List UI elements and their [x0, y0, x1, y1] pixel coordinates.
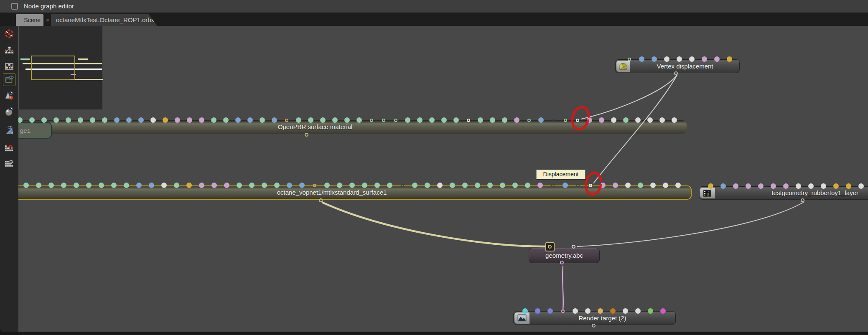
openpbr-output-port[interactable] — [305, 133, 308, 137]
port-dot[interactable] — [274, 183, 280, 188]
port-dot[interactable] — [53, 117, 59, 123]
port-dot[interactable] — [659, 117, 665, 123]
port-dot[interactable] — [808, 183, 814, 189]
port-dot[interactable] — [821, 183, 826, 189]
port-dot[interactable] — [714, 56, 720, 62]
port-dot[interactable] — [573, 308, 578, 314]
port-dot[interactable] — [136, 183, 142, 188]
port-dot[interactable] — [746, 183, 751, 189]
geometry-material-input-port[interactable] — [545, 242, 555, 251]
port-dot[interactable] — [124, 183, 129, 188]
port-dot[interactable] — [648, 308, 653, 314]
port-dot[interactable] — [635, 308, 641, 314]
port-dot[interactable] — [337, 183, 342, 188]
port-dot[interactable] — [660, 308, 666, 314]
geometry-geo-input-port[interactable] — [572, 245, 575, 249]
port-dot[interactable] — [223, 117, 229, 123]
port-dot[interactable] — [320, 117, 326, 123]
port-dot[interactable] — [538, 117, 544, 123]
tab-active-network[interactable]: octaneMtlxTest.Octane_ROP1.orbx — [51, 14, 157, 26]
port-dot[interactable] — [417, 117, 423, 123]
port-dot[interactable] — [332, 117, 338, 123]
port-ring[interactable] — [576, 184, 580, 187]
port-dot[interactable] — [356, 117, 362, 123]
port-dot[interactable] — [90, 117, 95, 123]
port-dot[interactable] — [475, 183, 480, 188]
port-dot[interactable] — [502, 117, 507, 123]
wire-testgeometry-to-geometry[interactable] — [577, 202, 804, 246]
port-ring[interactable] — [285, 119, 288, 122]
port-dot[interactable] — [199, 183, 204, 188]
port-dot[interactable] — [441, 117, 447, 123]
port-dot[interactable] — [102, 117, 107, 123]
port-dot[interactable] — [833, 183, 839, 189]
port-dot[interactable] — [211, 117, 216, 123]
port-dot[interactable] — [48, 183, 54, 188]
port-dot[interactable] — [547, 308, 553, 314]
port-dot[interactable] — [663, 183, 668, 188]
port-dot[interactable] — [514, 117, 519, 123]
port-ring[interactable] — [589, 184, 592, 187]
node-clipped-ge1[interactable]: ge1 — [18, 122, 52, 139]
port-ring[interactable] — [313, 184, 316, 187]
snap-magnet-icon[interactable] — [5, 143, 14, 152]
port-dot[interactable] — [500, 183, 505, 188]
vertex-displacement-output-port[interactable] — [674, 71, 678, 75]
pane-checkbox[interactable] — [11, 3, 18, 10]
port-dot[interactable] — [296, 117, 301, 123]
port-dot[interactable] — [611, 117, 616, 123]
minimap-view-rect[interactable] — [31, 56, 75, 80]
port-dot[interactable] — [625, 183, 631, 188]
port-dot[interactable] — [150, 117, 156, 123]
port-dot[interactable] — [677, 56, 682, 62]
port-dot[interactable] — [186, 183, 192, 188]
port-ring[interactable] — [561, 310, 565, 313]
port-dot[interactable] — [262, 183, 267, 188]
port-dot[interactable] — [610, 308, 616, 314]
network-minimap[interactable] — [18, 26, 102, 109]
port-dot[interactable] — [664, 56, 669, 62]
port-dot[interactable] — [187, 117, 192, 123]
mtlx-output-port[interactable] — [319, 198, 323, 202]
port-dot[interactable] — [23, 183, 29, 188]
port-dot[interactable] — [758, 183, 764, 189]
port-dot[interactable] — [733, 183, 738, 189]
wire-geometry-to-rendertarget[interactable] — [563, 266, 563, 310]
port-dot[interactable] — [114, 117, 120, 123]
port-dot[interactable] — [675, 183, 681, 188]
port-dot[interactable] — [174, 183, 179, 188]
port-dot[interactable] — [86, 183, 92, 188]
port-dot[interactable] — [598, 308, 603, 314]
port-dot[interactable] — [199, 117, 204, 123]
port-ring[interactable] — [370, 119, 373, 122]
port-dot[interactable] — [237, 183, 242, 188]
port-dot[interactable] — [387, 183, 392, 188]
port-dot[interactable] — [563, 183, 568, 188]
port-dot[interactable] — [650, 183, 656, 188]
port-ring[interactable] — [576, 119, 579, 122]
network-graph-canvas[interactable]: ge1 OpenPBR surface material octane_vopn… — [18, 26, 868, 332]
port-dot[interactable] — [796, 183, 801, 189]
port-dot[interactable] — [324, 183, 330, 188]
port-dot[interactable] — [487, 183, 493, 188]
port-dot[interactable] — [429, 117, 435, 123]
port-dot[interactable] — [478, 117, 483, 123]
port-dot[interactable] — [287, 183, 292, 188]
port-dot[interactable] — [537, 183, 543, 188]
port-dot[interactable] — [638, 183, 643, 188]
port-dot[interactable] — [623, 308, 628, 314]
port-dot[interactable] — [272, 117, 277, 123]
port-dot[interactable] — [149, 183, 154, 188]
port-dot[interactable] — [585, 308, 591, 314]
port-dot[interactable] — [29, 117, 35, 123]
port-ring[interactable] — [628, 58, 631, 61]
port-dot[interactable] — [175, 117, 180, 123]
port-dot[interactable] — [535, 308, 540, 314]
port-dot[interactable] — [260, 117, 265, 123]
port-dot[interactable] — [66, 117, 71, 123]
port-dot[interactable] — [647, 117, 653, 123]
display-striped-cone-icon[interactable] — [5, 125, 14, 135]
port-dot[interactable] — [74, 183, 79, 188]
port-dot[interactable] — [522, 308, 528, 314]
display-cone-icon[interactable] — [5, 91, 14, 100]
